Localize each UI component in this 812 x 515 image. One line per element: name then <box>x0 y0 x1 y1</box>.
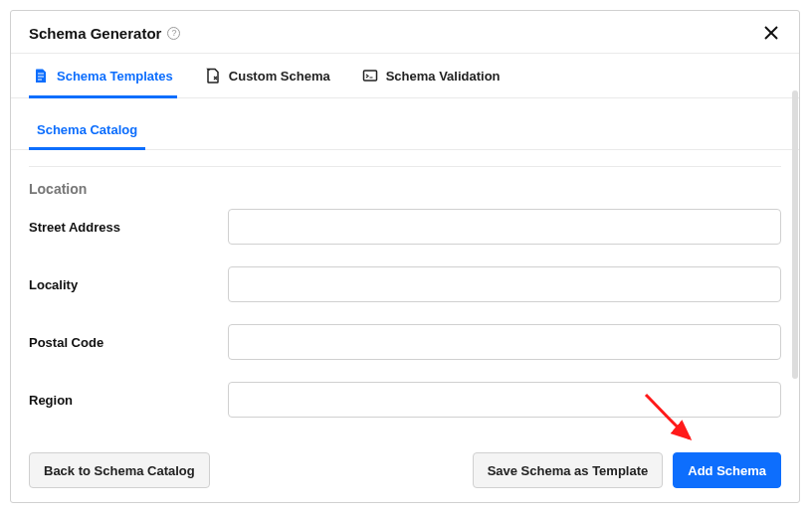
back-button[interactable]: Back to Schema Catalog <box>29 452 210 488</box>
help-icon[interactable]: ? <box>167 27 180 40</box>
save-template-button[interactable]: Save Schema as Template <box>473 452 664 488</box>
label-street-address: Street Address <box>29 220 228 235</box>
modal-title-wrap: Schema Generator ? <box>29 25 180 42</box>
add-schema-button[interactable]: Add Schema <box>673 452 781 488</box>
close-button[interactable] <box>761 23 781 43</box>
form-area: Location Street Address Locality Postal … <box>11 150 799 438</box>
modal-footer: Back to Schema Catalog Save Schema as Te… <box>11 438 799 502</box>
tab-schema-templates[interactable]: Schema Templates <box>29 54 177 98</box>
footer-right: Save Schema as Template Add Schema <box>473 452 781 488</box>
input-postal-code[interactable] <box>228 324 781 360</box>
tab-custom-schema[interactable]: Custom Schema <box>201 54 334 98</box>
label-postal-code: Postal Code <box>29 335 228 350</box>
input-street-address[interactable] <box>228 209 781 245</box>
label-locality: Locality <box>29 277 228 292</box>
subtab-label: Schema Catalog <box>37 122 137 137</box>
row-street-address: Street Address <box>29 209 781 245</box>
label-region: Region <box>29 393 228 408</box>
tab-label: Schema Templates <box>57 69 173 84</box>
scrollbar[interactable] <box>792 90 798 379</box>
document-edit-icon <box>205 68 221 84</box>
input-locality[interactable] <box>228 266 781 302</box>
subtab-schema-catalog[interactable]: Schema Catalog <box>29 110 145 150</box>
primary-tabs: Schema Templates Custom Schema Schema Va… <box>11 54 799 98</box>
tab-schema-validation[interactable]: Schema Validation <box>358 54 505 98</box>
input-region[interactable] <box>228 382 781 418</box>
modal-header: Schema Generator ? <box>11 11 799 54</box>
row-postal-code: Postal Code <box>29 324 781 360</box>
tab-label: Custom Schema <box>229 69 330 84</box>
secondary-tabs: Schema Catalog <box>11 110 799 150</box>
document-icon <box>33 68 49 84</box>
row-locality: Locality <box>29 266 781 302</box>
terminal-icon <box>362 68 378 84</box>
close-icon <box>763 25 779 41</box>
schema-generator-modal: Schema Generator ? Schema Templates <box>10 10 800 503</box>
tab-label: Schema Validation <box>386 69 501 84</box>
section-divider <box>29 166 781 167</box>
svg-rect-2 <box>363 71 376 81</box>
section-heading-location: Location <box>29 181 781 197</box>
row-region: Region <box>29 382 781 418</box>
modal-title: Schema Generator <box>29 25 161 42</box>
